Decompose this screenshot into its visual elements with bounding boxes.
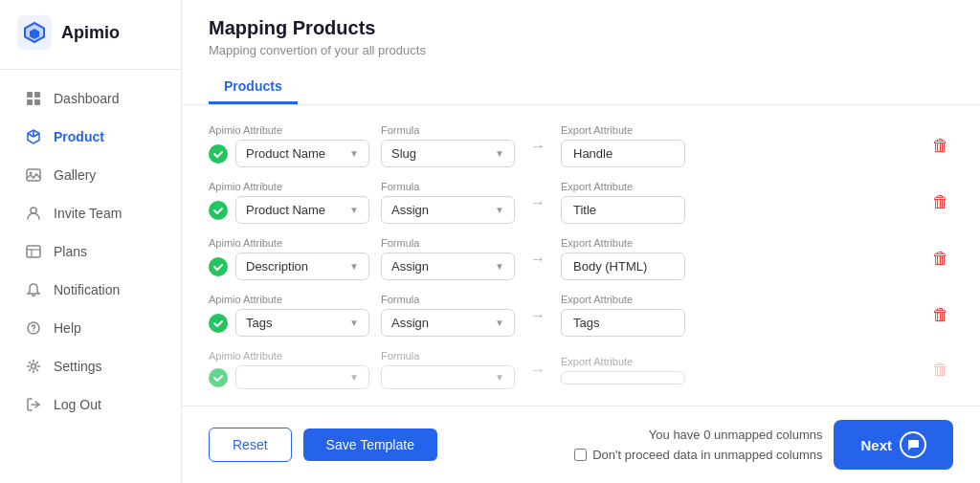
check-circle-5: [209, 368, 228, 387]
sidebar-label-dashboard: Dashboard: [54, 91, 120, 106]
export-field-1: Handle: [561, 140, 685, 167]
main-content: Mapping Products Mapping convertion of y…: [182, 0, 980, 483]
formula-col-label: Formula: [381, 350, 515, 362]
apimio-select-1[interactable]: Product Name ▼: [235, 140, 369, 167]
formula-col-label: Formula: [381, 124, 515, 136]
apimio-col-label: Apimio Attribute: [209, 237, 369, 249]
sidebar-item-dashboard[interactable]: Dashboard: [8, 80, 173, 117]
footer: Reset Save Template You have 0 unmapped …: [182, 406, 980, 483]
formula-group-4: Formula Assign ▼: [381, 294, 515, 337]
delete-row-3-button[interactable]: 🗑: [928, 245, 953, 273]
tabs: Products: [209, 71, 953, 104]
formula-group-3: Formula Assign ▼: [381, 237, 515, 280]
sidebar-label-log-out: Log Out: [54, 397, 101, 412]
field-with-check-2: Product Name ▼: [209, 196, 369, 224]
page-header: Mapping Products Mapping convertion of y…: [182, 0, 980, 105]
apimio-select-4[interactable]: Tags ▼: [235, 309, 369, 337]
export-col-label: Export Attribute: [561, 356, 685, 367]
export-col-label: Export Attribute: [561, 181, 685, 192]
formula-select-4[interactable]: Assign ▼: [381, 309, 515, 337]
export-group-1: Export Attribute Handle: [561, 124, 685, 167]
svg-rect-2: [34, 92, 40, 98]
apimio-col-label: Apimio Attribute: [209, 181, 369, 192]
chat-bubble-icon: [900, 431, 926, 458]
sidebar-item-help[interactable]: Help: [8, 310, 173, 346]
mapping-row: Apimio Attribute Product Name ▼ Formula …: [209, 181, 953, 224]
sidebar-label-plans: Plans: [54, 244, 87, 259]
next-button[interactable]: Next: [834, 420, 953, 470]
formula-group-2: Formula Assign ▼: [381, 181, 515, 224]
chevron-down-icon: ▼: [349, 205, 359, 215]
settings-icon: [25, 358, 42, 375]
field-with-check-1: Product Name ▼: [209, 140, 369, 167]
sidebar-item-gallery[interactable]: Gallery: [8, 157, 173, 193]
mapping-row: Apimio Attribute Product Name ▼ Formula …: [209, 124, 953, 167]
arrow-right-icon: →: [526, 307, 549, 324]
export-group-3: Export Attribute Body (HTML): [561, 237, 685, 280]
sidebar-item-log-out[interactable]: Log Out: [8, 386, 173, 423]
apimio-select-3[interactable]: Description ▼: [235, 252, 369, 280]
no-unmapped-checkbox[interactable]: [574, 449, 587, 461]
delete-row-2-button[interactable]: 🗑: [928, 188, 953, 216]
tab-products[interactable]: Products: [209, 71, 298, 104]
formula-col-label: Formula: [381, 294, 515, 305]
delete-row-4-button[interactable]: 🗑: [928, 301, 953, 329]
sidebar-item-settings[interactable]: Settings: [8, 348, 173, 384]
sidebar-label-settings: Settings: [54, 359, 102, 374]
sidebar-item-plans[interactable]: Plans: [8, 233, 173, 270]
no-unmapped-checkbox-label[interactable]: Don't proceed data in unmapped columns: [574, 448, 822, 462]
page-title: Mapping Products: [209, 17, 953, 39]
formula-select-3[interactable]: Assign ▼: [381, 252, 515, 280]
chevron-down-icon: ▼: [495, 318, 504, 328]
export-group-2: Export Attribute Title: [561, 181, 685, 224]
field-with-check-5: ▼: [209, 365, 369, 389]
chevron-down-icon: ▼: [495, 148, 504, 159]
table-icon: [25, 243, 42, 260]
check-circle-4: [209, 314, 228, 333]
formula-select-5[interactable]: ▼: [381, 365, 515, 389]
apimio-select-2[interactable]: Product Name ▼: [235, 196, 369, 224]
svg-rect-8: [27, 246, 40, 257]
image-icon: [25, 166, 42, 184]
sidebar-label-product: Product: [54, 129, 104, 144]
app-name: Apimio: [61, 23, 120, 43]
page-subtitle: Mapping convertion of your all products: [209, 43, 953, 57]
sidebar-item-invite-team[interactable]: Invite Team: [8, 195, 173, 231]
delete-row-1-button[interactable]: 🗑: [928, 132, 953, 160]
export-col-label: Export Attribute: [561, 237, 685, 249]
formula-select-2[interactable]: Assign ▼: [381, 196, 515, 224]
save-template-button[interactable]: Save Template: [303, 428, 437, 461]
arrow-right-icon: →: [526, 362, 549, 379]
footer-right: You have 0 unmapped columns Don't procee…: [574, 428, 822, 462]
apimio-group-1: Apimio Attribute Product Name ▼: [209, 124, 369, 167]
no-unmapped-label: Don't proceed data in unmapped columns: [592, 448, 822, 462]
export-field-2: Title: [561, 196, 685, 224]
export-group-4: Export Attribute Tags: [561, 294, 685, 337]
svg-point-13: [32, 364, 36, 369]
formula-col-label: Formula: [381, 181, 515, 192]
app-logo: Apimio: [0, 15, 181, 69]
apimio-col-label: Apimio Attribute: [209, 350, 369, 362]
chevron-down-icon: ▼: [495, 205, 504, 215]
apimio-select-5[interactable]: ▼: [235, 365, 369, 389]
sidebar: Apimio Dashboard Product Gallery Invite …: [0, 0, 182, 483]
reset-button[interactable]: Reset: [209, 428, 292, 462]
delete-row-5-button[interactable]: 🗑: [928, 356, 953, 384]
apimio-group-3: Apimio Attribute Description ▼: [209, 237, 369, 280]
apimio-col-label: Apimio Attribute: [209, 294, 369, 305]
export-col-label: Export Attribute: [561, 124, 685, 136]
sidebar-label-gallery: Gallery: [54, 167, 96, 183]
sidebar-label-notification: Notification: [54, 282, 120, 297]
check-circle-3: [209, 257, 228, 276]
chevron-down-icon: ▼: [349, 261, 359, 272]
sidebar-item-product[interactable]: Product: [8, 119, 173, 155]
formula-select-1[interactable]: Slug ▼: [381, 140, 515, 167]
sidebar-item-notification[interactable]: Notification: [8, 272, 173, 308]
svg-point-7: [31, 208, 36, 213]
help-circle-icon: [25, 319, 42, 337]
mapping-row: Apimio Attribute Description ▼ Formula A…: [209, 237, 953, 280]
field-with-check-3: Description ▼: [209, 252, 369, 280]
export-group-5: Export Attribute: [561, 356, 685, 384]
check-circle-1: [209, 144, 228, 164]
chevron-down-icon: ▼: [349, 318, 359, 328]
